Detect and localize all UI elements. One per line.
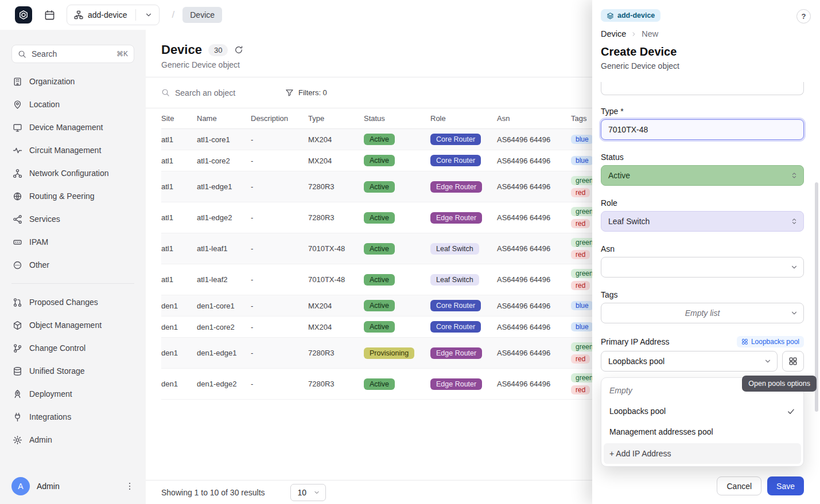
chevron-down-icon (790, 263, 798, 271)
column-header-site[interactable]: Site (161, 108, 197, 129)
add-ip-address-button[interactable]: + Add IP Address (604, 443, 801, 464)
routing-peering-icon (13, 192, 22, 201)
column-header-role[interactable]: Role (430, 108, 497, 129)
chevron-down-icon[interactable] (141, 11, 157, 19)
search-icon (161, 88, 170, 97)
tags-select-placeholder: Empty list (685, 308, 720, 318)
loopbacks-pool-badge[interactable]: Loopbacks pool (737, 336, 804, 347)
branch-badge-label: add-device (617, 11, 655, 19)
sidebar-item-label: Other (29, 260, 49, 269)
cell-status: Active (364, 150, 430, 171)
sidebar-item-proposed-changes[interactable]: Proposed Changes (5, 291, 141, 314)
table-row[interactable]: atl1atl1-edge1-7280R3ActiveEdge RouterAS… (161, 171, 666, 202)
cell-status: Active (364, 264, 430, 295)
sidebar-search[interactable]: Search ⌘K (11, 45, 134, 63)
kebab-menu-icon[interactable] (125, 482, 134, 491)
object-management-icon (13, 321, 22, 330)
sidebar-item-unified-storage[interactable]: Unified Storage (5, 360, 141, 382)
table-row[interactable]: den1den1-core1-MX204ActiveCore RouterAS6… (161, 295, 666, 317)
hierarchy-icon (74, 10, 83, 19)
page-title: Device (161, 42, 202, 57)
column-header-name[interactable]: Name (197, 108, 251, 129)
sidebar-item-deployment[interactable]: Deployment (5, 382, 141, 405)
sidebar-item-label: Integrations (29, 412, 71, 421)
column-header-type[interactable]: Type (308, 108, 364, 129)
table-row[interactable]: atl1atl1-leaf2-7010TX-48ActiveLeaf Switc… (161, 264, 666, 295)
sidebar-item-other[interactable]: Other (5, 253, 141, 276)
table-row[interactable]: atl1atl1-core1-MX204ActiveCore RouterAS6… (161, 129, 666, 150)
sidebar-item-label: Proposed Changes (29, 298, 98, 307)
page-size-select[interactable]: 10 (290, 484, 327, 501)
cell-description: - (251, 171, 308, 202)
role-badge: Edge Router (430, 181, 482, 193)
table-row[interactable]: den1den1-core2-MX204ActiveCore RouterAS6… (161, 317, 666, 338)
object-search-input[interactable]: Search an object (161, 88, 276, 97)
role-select[interactable]: Leaf Switch (601, 211, 804, 232)
dropdown-option-management-addresses-pool[interactable]: Management addresses pool (604, 421, 801, 442)
cell-site: atl1 (161, 202, 197, 233)
table-row[interactable]: atl1atl1-leaf1-7010TX-48ActiveLeaf Switc… (161, 233, 666, 264)
grid-icon (741, 338, 748, 345)
sidebar-item-circuit-management[interactable]: Circuit Management (5, 139, 141, 162)
table-row[interactable]: atl1atl1-core2-MX204ActiveCore RouterAS6… (161, 150, 666, 171)
tag-badge: blue (571, 322, 593, 331)
column-header-asn[interactable]: Asn (497, 108, 571, 129)
calendar-button[interactable] (40, 6, 59, 24)
account-section[interactable]: A Admin (0, 468, 146, 504)
sidebar-item-ipam[interactable]: IPAM (5, 230, 141, 253)
cell-role: Core Router (430, 295, 497, 317)
type-input[interactable] (601, 119, 804, 140)
asn-select[interactable] (601, 257, 804, 278)
role-badge: Core Router (430, 300, 481, 311)
page-size-value: 10 (298, 488, 307, 497)
sidebar-divider (11, 283, 134, 284)
create-device-drawer: add-device ? Device New Create Device Ge… (592, 0, 820, 504)
table-row[interactable]: den1den1-edge1-7280R3ProvisioningEdge Ro… (161, 338, 666, 369)
sidebar-item-object-management[interactable]: Object Management (5, 314, 141, 337)
field-status: Status Active (601, 153, 804, 186)
chevron-down-icon (764, 357, 772, 365)
partial-input[interactable] (601, 82, 804, 95)
column-header-description[interactable]: Description (251, 108, 308, 129)
search-icon (18, 50, 26, 58)
sidebar-item-change-control[interactable]: Change Control (5, 337, 141, 360)
open-pools-button[interactable] (782, 351, 804, 372)
cell-description: - (251, 202, 308, 233)
field-tags: Tags Empty list (601, 290, 804, 323)
save-button[interactable]: Save (767, 476, 804, 495)
drawer-footer: Cancel Save (717, 476, 804, 495)
branch-selector[interactable]: add-device (67, 5, 160, 25)
tag-badge: blue (571, 301, 593, 310)
sidebar-item-location[interactable]: Location (5, 93, 141, 116)
column-header-status[interactable]: Status (364, 108, 430, 129)
sidebar-item-admin[interactable]: Admin (5, 428, 141, 451)
primary-ip-select[interactable]: Loopbacks pool (601, 351, 778, 372)
breadcrumb-object[interactable]: Device (601, 29, 626, 38)
sidebar-item-services[interactable]: Services (5, 208, 141, 230)
tags-select[interactable]: Empty list (601, 303, 804, 323)
sidebar-item-network-configuration[interactable]: Network Configuration (5, 162, 141, 185)
sidebar-item-organization[interactable]: Organization (5, 70, 141, 93)
table-row[interactable]: atl1atl1-edge2-7280R3ActiveEdge RouterAS… (161, 202, 666, 233)
tag-badge: red (571, 354, 590, 364)
status-select[interactable]: Active (601, 165, 804, 186)
dropdown-option-loopbacks-pool[interactable]: Loopbacks pool (604, 401, 801, 421)
breadcrumb-device[interactable]: Device (182, 7, 222, 23)
other-icon (13, 260, 22, 270)
filters-button[interactable]: Filters: 0 (285, 88, 327, 97)
cancel-button[interactable]: Cancel (717, 476, 761, 495)
sidebar-item-device-management[interactable]: Device Management (5, 116, 141, 139)
tags-label: Tags (601, 290, 804, 299)
help-button[interactable]: ? (796, 9, 811, 24)
drawer-breadcrumb: Device New (601, 29, 804, 38)
role-badge: Core Router (430, 321, 481, 333)
chevron-down-icon (790, 309, 798, 317)
integrations-icon (13, 412, 22, 422)
count-badge: 30 (208, 44, 228, 56)
refresh-button[interactable] (234, 45, 243, 54)
sidebar-item-routing-peering[interactable]: Routing & Peering (5, 185, 141, 208)
app-logo[interactable] (15, 6, 32, 24)
table-row[interactable]: den1den1-edge2-7280R3ActiveEdge RouterAS… (161, 369, 666, 400)
sidebar-item-integrations[interactable]: Integrations (5, 405, 141, 428)
unified-storage-icon (13, 366, 22, 376)
